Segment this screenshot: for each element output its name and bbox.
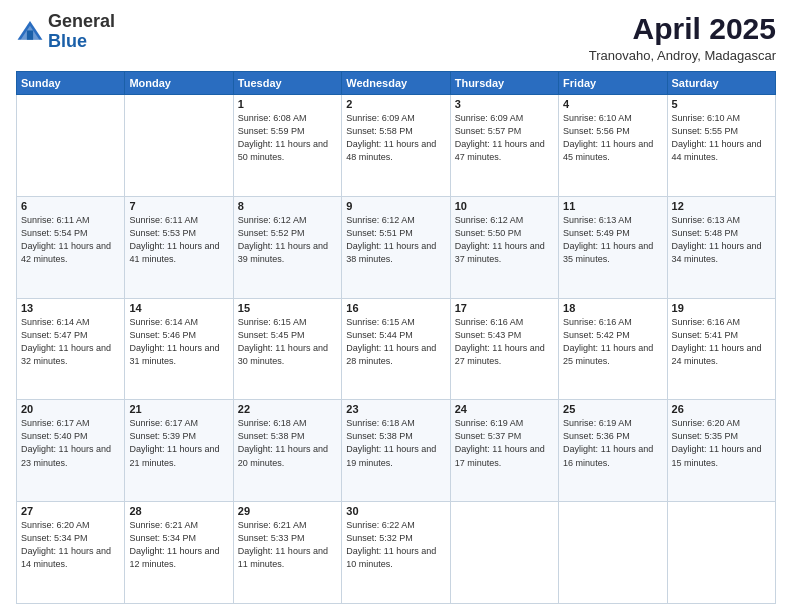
calendar-day-cell: 24Sunrise: 6:19 AM Sunset: 5:37 PM Dayli… (450, 400, 558, 502)
calendar-day-cell (559, 502, 667, 604)
day-info: Sunrise: 6:12 AM Sunset: 5:52 PM Dayligh… (238, 214, 337, 266)
day-number: 15 (238, 302, 337, 314)
calendar-day-cell (450, 502, 558, 604)
day-info: Sunrise: 6:22 AM Sunset: 5:32 PM Dayligh… (346, 519, 445, 571)
calendar-day-cell: 12Sunrise: 6:13 AM Sunset: 5:48 PM Dayli… (667, 196, 775, 298)
day-info: Sunrise: 6:16 AM Sunset: 5:41 PM Dayligh… (672, 316, 771, 368)
day-of-week-header: Friday (559, 72, 667, 95)
day-of-week-header: Sunday (17, 72, 125, 95)
calendar-week-row: 6Sunrise: 6:11 AM Sunset: 5:54 PM Daylig… (17, 196, 776, 298)
calendar-day-cell: 5Sunrise: 6:10 AM Sunset: 5:55 PM Daylig… (667, 95, 775, 197)
calendar-day-cell: 14Sunrise: 6:14 AM Sunset: 5:46 PM Dayli… (125, 298, 233, 400)
day-info: Sunrise: 6:12 AM Sunset: 5:51 PM Dayligh… (346, 214, 445, 266)
calendar-day-cell: 13Sunrise: 6:14 AM Sunset: 5:47 PM Dayli… (17, 298, 125, 400)
day-number: 9 (346, 200, 445, 212)
calendar-day-cell: 15Sunrise: 6:15 AM Sunset: 5:45 PM Dayli… (233, 298, 341, 400)
day-info: Sunrise: 6:17 AM Sunset: 5:39 PM Dayligh… (129, 417, 228, 469)
calendar-week-row: 1Sunrise: 6:08 AM Sunset: 5:59 PM Daylig… (17, 95, 776, 197)
calendar-day-cell: 4Sunrise: 6:10 AM Sunset: 5:56 PM Daylig… (559, 95, 667, 197)
calendar-day-cell: 17Sunrise: 6:16 AM Sunset: 5:43 PM Dayli… (450, 298, 558, 400)
calendar-day-cell: 22Sunrise: 6:18 AM Sunset: 5:38 PM Dayli… (233, 400, 341, 502)
day-info: Sunrise: 6:09 AM Sunset: 5:57 PM Dayligh… (455, 112, 554, 164)
day-info: Sunrise: 6:10 AM Sunset: 5:55 PM Dayligh… (672, 112, 771, 164)
day-of-week-header: Wednesday (342, 72, 450, 95)
calendar-day-cell: 8Sunrise: 6:12 AM Sunset: 5:52 PM Daylig… (233, 196, 341, 298)
calendar-week-row: 13Sunrise: 6:14 AM Sunset: 5:47 PM Dayli… (17, 298, 776, 400)
calendar-day-cell: 10Sunrise: 6:12 AM Sunset: 5:50 PM Dayli… (450, 196, 558, 298)
day-info: Sunrise: 6:12 AM Sunset: 5:50 PM Dayligh… (455, 214, 554, 266)
calendar-day-cell: 2Sunrise: 6:09 AM Sunset: 5:58 PM Daylig… (342, 95, 450, 197)
title-block: April 2025 Tranovaho, Androy, Madagascar (589, 12, 776, 63)
day-info: Sunrise: 6:16 AM Sunset: 5:42 PM Dayligh… (563, 316, 662, 368)
day-info: Sunrise: 6:10 AM Sunset: 5:56 PM Dayligh… (563, 112, 662, 164)
logo-blue-text: Blue (48, 31, 87, 51)
calendar-day-cell: 3Sunrise: 6:09 AM Sunset: 5:57 PM Daylig… (450, 95, 558, 197)
day-number: 23 (346, 403, 445, 415)
day-number: 22 (238, 403, 337, 415)
day-number: 18 (563, 302, 662, 314)
day-number: 28 (129, 505, 228, 517)
day-number: 2 (346, 98, 445, 110)
day-number: 6 (21, 200, 120, 212)
day-info: Sunrise: 6:09 AM Sunset: 5:58 PM Dayligh… (346, 112, 445, 164)
day-number: 5 (672, 98, 771, 110)
day-info: Sunrise: 6:19 AM Sunset: 5:36 PM Dayligh… (563, 417, 662, 469)
day-info: Sunrise: 6:18 AM Sunset: 5:38 PM Dayligh… (238, 417, 337, 469)
day-number: 30 (346, 505, 445, 517)
calendar-day-cell: 9Sunrise: 6:12 AM Sunset: 5:51 PM Daylig… (342, 196, 450, 298)
calendar-day-cell: 29Sunrise: 6:21 AM Sunset: 5:33 PM Dayli… (233, 502, 341, 604)
day-number: 7 (129, 200, 228, 212)
day-info: Sunrise: 6:20 AM Sunset: 5:34 PM Dayligh… (21, 519, 120, 571)
day-info: Sunrise: 6:13 AM Sunset: 5:49 PM Dayligh… (563, 214, 662, 266)
day-number: 19 (672, 302, 771, 314)
day-of-week-header: Tuesday (233, 72, 341, 95)
day-info: Sunrise: 6:11 AM Sunset: 5:54 PM Dayligh… (21, 214, 120, 266)
calendar-week-row: 27Sunrise: 6:20 AM Sunset: 5:34 PM Dayli… (17, 502, 776, 604)
calendar: SundayMondayTuesdayWednesdayThursdayFrid… (16, 71, 776, 604)
calendar-day-cell: 18Sunrise: 6:16 AM Sunset: 5:42 PM Dayli… (559, 298, 667, 400)
day-number: 11 (563, 200, 662, 212)
day-number: 12 (672, 200, 771, 212)
svg-rect-2 (27, 30, 33, 39)
day-number: 25 (563, 403, 662, 415)
day-number: 4 (563, 98, 662, 110)
day-info: Sunrise: 6:18 AM Sunset: 5:38 PM Dayligh… (346, 417, 445, 469)
calendar-day-cell (125, 95, 233, 197)
calendar-day-cell: 25Sunrise: 6:19 AM Sunset: 5:36 PM Dayli… (559, 400, 667, 502)
day-number: 3 (455, 98, 554, 110)
day-info: Sunrise: 6:15 AM Sunset: 5:44 PM Dayligh… (346, 316, 445, 368)
calendar-day-cell: 30Sunrise: 6:22 AM Sunset: 5:32 PM Dayli… (342, 502, 450, 604)
calendar-day-cell: 1Sunrise: 6:08 AM Sunset: 5:59 PM Daylig… (233, 95, 341, 197)
day-number: 29 (238, 505, 337, 517)
logo-general-text: General (48, 11, 115, 31)
day-number: 10 (455, 200, 554, 212)
day-info: Sunrise: 6:20 AM Sunset: 5:35 PM Dayligh… (672, 417, 771, 469)
day-of-week-header: Saturday (667, 72, 775, 95)
day-info: Sunrise: 6:16 AM Sunset: 5:43 PM Dayligh… (455, 316, 554, 368)
day-number: 13 (21, 302, 120, 314)
day-number: 1 (238, 98, 337, 110)
day-info: Sunrise: 6:21 AM Sunset: 5:34 PM Dayligh… (129, 519, 228, 571)
calendar-day-cell: 19Sunrise: 6:16 AM Sunset: 5:41 PM Dayli… (667, 298, 775, 400)
calendar-day-cell: 28Sunrise: 6:21 AM Sunset: 5:34 PM Dayli… (125, 502, 233, 604)
month-year: April 2025 (589, 12, 776, 46)
day-info: Sunrise: 6:14 AM Sunset: 5:47 PM Dayligh… (21, 316, 120, 368)
calendar-day-cell: 7Sunrise: 6:11 AM Sunset: 5:53 PM Daylig… (125, 196, 233, 298)
location: Tranovaho, Androy, Madagascar (589, 48, 776, 63)
day-number: 20 (21, 403, 120, 415)
header: General Blue April 2025 Tranovaho, Andro… (16, 12, 776, 63)
day-number: 24 (455, 403, 554, 415)
day-number: 26 (672, 403, 771, 415)
calendar-day-cell (17, 95, 125, 197)
calendar-day-cell: 23Sunrise: 6:18 AM Sunset: 5:38 PM Dayli… (342, 400, 450, 502)
day-info: Sunrise: 6:21 AM Sunset: 5:33 PM Dayligh… (238, 519, 337, 571)
day-number: 14 (129, 302, 228, 314)
day-info: Sunrise: 6:17 AM Sunset: 5:40 PM Dayligh… (21, 417, 120, 469)
day-of-week-header: Thursday (450, 72, 558, 95)
calendar-day-cell: 16Sunrise: 6:15 AM Sunset: 5:44 PM Dayli… (342, 298, 450, 400)
logo: General Blue (16, 12, 115, 52)
calendar-day-cell: 11Sunrise: 6:13 AM Sunset: 5:49 PM Dayli… (559, 196, 667, 298)
day-info: Sunrise: 6:14 AM Sunset: 5:46 PM Dayligh… (129, 316, 228, 368)
day-number: 8 (238, 200, 337, 212)
day-info: Sunrise: 6:08 AM Sunset: 5:59 PM Dayligh… (238, 112, 337, 164)
